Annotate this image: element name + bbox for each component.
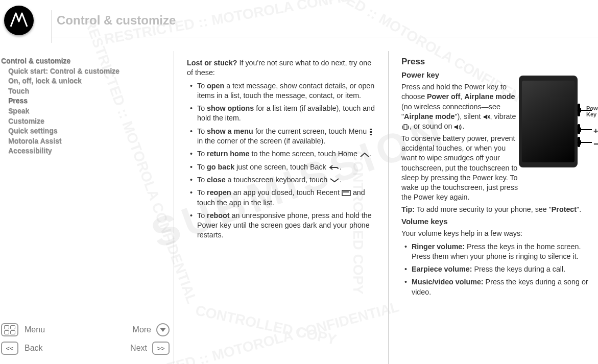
nav-item-accessibility[interactable]: Accessibility [1, 146, 170, 156]
intro-text: Lost or stuck? If you're not sure what t… [187, 58, 377, 78]
nav-item-touch[interactable]: Touch [1, 86, 170, 96]
powerkey-paragraph1: Press and hold the Power key to choose P… [401, 82, 519, 131]
back-arrow-icon [328, 164, 340, 171]
volumekeys-intro: Your volume keys help in a few ways: [401, 229, 594, 238]
page-header: Control & customize [0, 5, 598, 36]
list-item: Music/video volume: Press the keys durin… [404, 277, 594, 297]
svg-rect-7 [404, 125, 407, 130]
menu-overflow-icon [369, 128, 373, 135]
powerkey-label: PowerKey [586, 105, 598, 117]
minus-icon: − [593, 137, 598, 151]
back-button[interactable]: Back [25, 344, 43, 353]
volume-list: Ringer volume: Press the keys in the hom… [404, 242, 594, 297]
list-item: To close a touchscreen keyboard, touch . [190, 175, 377, 185]
list-item: To reboot an unresponsive phone, press a… [190, 211, 377, 240]
list-item: To reopen an app you closed, touch Recen… [190, 188, 377, 208]
phone-illustration [519, 76, 578, 167]
list-item: Ringer volume: Press the keys in the hom… [404, 242, 594, 262]
list-item: To show options for a list item (if avai… [190, 104, 377, 124]
list-item: To return home to the home screen, touch… [190, 149, 377, 159]
nav-item-press[interactable]: Press [1, 96, 170, 106]
tip-text: Tip: To add more security to your phone,… [401, 205, 594, 214]
nav-item-quickstart[interactable]: Quick start: Control & customize [1, 66, 170, 77]
subheading-volumekeys: Volume keys [401, 216, 594, 227]
chevron-down-icon [329, 178, 340, 183]
phone-figure: PowerKey + − [519, 76, 598, 167]
list-item: To show a menu for the current screen, t… [190, 127, 377, 147]
more-button[interactable]: More [133, 325, 151, 334]
plus-icon: + [593, 126, 598, 137]
header-rule [51, 37, 598, 37]
svg-rect-2 [370, 134, 372, 135]
nav-item-assist[interactable]: Motorola Assist [1, 136, 170, 147]
page-title: Control & customize [57, 13, 176, 28]
sidebar: Control & customize Quick start: Control… [0, 51, 174, 364]
nav-item-quicksettings[interactable]: Quick settings [1, 126, 170, 136]
dropdown-icon[interactable] [156, 323, 170, 336]
svg-rect-4 [343, 191, 349, 192]
silent-icon [483, 114, 490, 120]
bottom-nav: Menu More << Back Next >> [1, 318, 170, 355]
svg-rect-0 [370, 129, 372, 130]
list-item: Earpiece volume: Press the keys during a… [404, 264, 594, 274]
powerkey-paragraph2: To conserve battery power, prevent accid… [401, 134, 519, 203]
menu-icon[interactable] [1, 323, 18, 336]
nav-item-speak[interactable]: Speak [1, 106, 170, 116]
next-icon[interactable]: >> [152, 342, 170, 355]
nav-section[interactable]: Control & customize [1, 56, 170, 66]
motorola-logo-icon [4, 6, 34, 35]
home-icon [360, 152, 370, 158]
middle-column: Lost or stuck? If you're not sure what t… [174, 51, 388, 364]
callout-arrow [578, 129, 592, 130]
vibrate-icon [401, 124, 410, 130]
list-item: To open a text message, show contact det… [190, 81, 377, 101]
tips-list: To open a text message, show contact det… [190, 81, 377, 240]
recent-apps-icon [342, 190, 351, 196]
right-column: Press Power key Press and hold the Power… [388, 51, 598, 364]
nav-item-customize[interactable]: Customize [1, 116, 170, 127]
menu-button[interactable]: Menu [25, 325, 45, 334]
svg-rect-1 [370, 131, 372, 133]
nav-item-onoff[interactable]: On, off, lock & unlock [1, 76, 170, 86]
svg-rect-3 [342, 190, 350, 196]
sound-on-icon [454, 124, 462, 130]
callout-arrow [578, 142, 592, 143]
list-item: To go back just one screen, touch Back . [190, 162, 377, 172]
back-icon[interactable]: << [1, 342, 18, 355]
section-heading-press: Press [401, 56, 594, 68]
next-button[interactable]: Next [130, 344, 147, 353]
header-divider [51, 10, 52, 43]
